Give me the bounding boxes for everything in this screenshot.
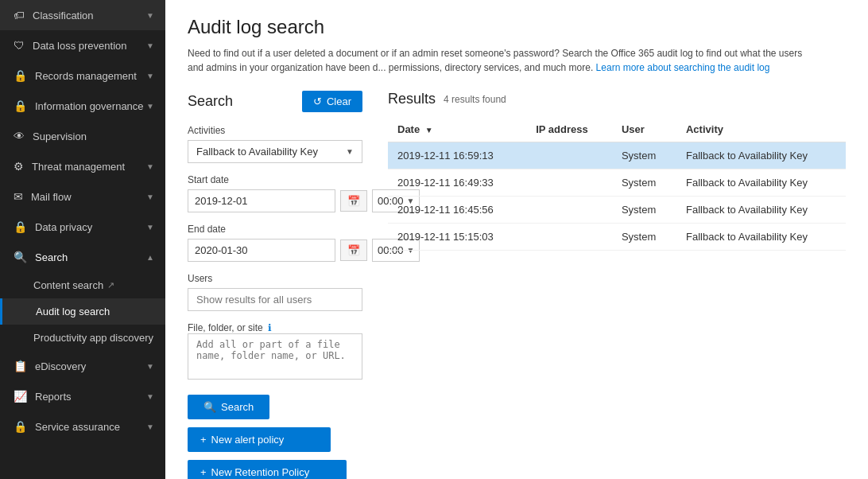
productivity-app-discovery-label: Productivity app discovery <box>33 332 153 344</box>
cell-ip <box>526 169 612 197</box>
service-assurance-icon: 🔒 <box>14 420 27 433</box>
results-table-header: Date ▼ IP address User Activity <box>388 117 846 142</box>
sidebar-sub-item-productivity-app-discovery[interactable]: Productivity app discovery <box>0 325 165 351</box>
chevron-down-icon <box>146 41 154 50</box>
col-date[interactable]: Date ▼ <box>388 117 526 142</box>
chevron-up-icon <box>146 253 154 262</box>
file-label: File, folder, or site <box>188 322 263 333</box>
cell-user[interactable]: System <box>612 142 676 169</box>
sidebar-item-classification[interactable]: 🏷 Classification <box>0 0 165 30</box>
cell-date: 2019-12-11 15:15:03 <box>388 224 526 251</box>
results-panel: Results 4 results found Date ▼ IP addres… <box>388 91 846 479</box>
sidebar-item-reports[interactable]: 📈 Reports <box>0 381 165 411</box>
table-row[interactable]: 2019-12-11 16:59:13 System Fallback to A… <box>388 142 846 169</box>
sidebar-item-label: Data privacy <box>35 221 92 233</box>
table-row[interactable]: 2019-12-11 15:15:03 System Fallback to A… <box>388 224 846 251</box>
search-button[interactable]: 🔍 Search <box>188 395 269 419</box>
cell-date: 2019-12-11 16:49:33 <box>388 169 526 197</box>
sidebar-item-ediscovery[interactable]: 📋 eDiscovery <box>0 351 165 381</box>
sidebar-sub-item-content-search[interactable]: Content search ↗ <box>0 272 165 298</box>
cell-user[interactable]: System <box>612 169 676 197</box>
end-date-group: End date 📅 00:00 ▼ <box>188 224 362 262</box>
chevron-down-icon <box>146 423 154 431</box>
sidebar-item-search[interactable]: 🔍 Search <box>0 242 165 272</box>
clear-button[interactable]: ↺ Clear <box>302 91 362 112</box>
start-date-input[interactable] <box>188 189 335 212</box>
cell-ip <box>526 142 612 169</box>
sidebar-item-threat-management[interactable]: ⚙ Threat management <box>0 151 165 181</box>
start-date-label: Start date <box>188 174 362 185</box>
file-textarea[interactable] <box>188 333 362 380</box>
sidebar-item-information-governance[interactable]: 🔒 Information governance <box>0 91 165 121</box>
sidebar-item-data-loss-prevention[interactable]: 🛡 Data loss prevention <box>0 30 165 60</box>
new-retention-policy-button[interactable]: + New Retention Policy <box>188 460 347 479</box>
new-alert-policy-button[interactable]: + New alert policy <box>188 427 331 452</box>
sidebar-item-label: Threat management <box>32 161 125 173</box>
cell-activity: Fallback to Availability Key <box>676 169 846 197</box>
cell-activity: Fallback to Availability Key <box>676 224 846 251</box>
mail-icon: ✉ <box>14 190 23 203</box>
content-layout: Search ↺ Clear Activities Fallback to Av… <box>188 91 846 479</box>
chevron-down-icon <box>146 362 154 371</box>
chevron-down-icon <box>146 72 154 80</box>
chevron-down-icon <box>146 223 154 232</box>
sidebar-item-label: Records management <box>35 70 137 82</box>
end-date-label: End date <box>188 224 362 235</box>
activities-label: Activities <box>188 125 362 136</box>
reports-icon: 📈 <box>14 390 27 403</box>
sidebar-item-label: Information governance <box>35 100 144 112</box>
dlp-icon: 🛡 <box>14 39 25 52</box>
sidebar-item-data-privacy[interactable]: 🔒 Data privacy <box>0 212 165 242</box>
cell-user[interactable]: System <box>612 197 676 224</box>
users-input[interactable] <box>188 288 362 311</box>
refresh-icon: ↺ <box>313 95 322 107</box>
end-date-calendar-button[interactable]: 📅 <box>340 240 367 261</box>
sidebar-sub-item-audit-log-search[interactable]: Audit log search <box>0 298 165 325</box>
activities-dropdown-icon: ▼ <box>346 147 354 156</box>
sort-arrow-icon: ▼ <box>425 126 433 134</box>
cell-date: 2019-12-11 16:45:56 <box>388 197 526 224</box>
chevron-down-icon <box>146 392 154 401</box>
search-panel-header: Search ↺ Clear <box>188 91 362 112</box>
cell-activity: Fallback to Availability Key <box>676 142 846 169</box>
external-link-icon: ↗ <box>107 280 114 290</box>
sidebar-item-supervision[interactable]: 👁 Supervision <box>0 121 165 151</box>
info-gov-icon: 🔒 <box>14 99 27 112</box>
activities-select[interactable]: Fallback to Availability Key ▼ <box>188 140 362 163</box>
activities-group: Activities Fallback to Availability Key … <box>188 125 362 163</box>
cell-activity: Fallback to Availability Key <box>676 197 846 224</box>
results-count: 4 results found <box>444 94 506 105</box>
cell-user[interactable]: System <box>612 224 676 251</box>
info-icon[interactable]: ℹ <box>268 322 272 333</box>
sidebar-item-label: Mail flow <box>31 191 72 203</box>
users-label: Users <box>188 273 362 284</box>
chevron-down-icon <box>146 193 154 201</box>
sidebar-item-label: Search <box>35 251 68 263</box>
start-date-calendar-button[interactable]: 📅 <box>340 190 367 212</box>
sidebar-item-label: Reports <box>35 391 72 403</box>
sidebar-item-mail-flow[interactable]: ✉ Mail flow <box>0 181 165 212</box>
sidebar-item-records-management[interactable]: 🔒 Records management <box>0 60 165 91</box>
page-description: Need to find out if a user deleted a doc… <box>188 46 808 75</box>
table-row[interactable]: 2019-12-11 16:45:56 System Fallback to A… <box>388 197 846 224</box>
privacy-icon: 🔒 <box>14 220 27 233</box>
results-header-row: Date ▼ IP address User Activity <box>388 117 846 142</box>
ediscovery-icon: 📋 <box>14 360 27 372</box>
results-title: Results <box>388 91 436 107</box>
search-panel-title: Search <box>188 93 233 110</box>
end-date-row: 📅 00:00 ▼ <box>188 239 362 262</box>
threat-icon: ⚙ <box>14 160 24 173</box>
start-date-row: 📅 00:00 ▼ <box>188 189 362 212</box>
start-date-group: Start date 📅 00:00 ▼ <box>188 174 362 212</box>
cell-date: 2019-12-11 16:59:13 <box>388 142 526 169</box>
chevron-down-icon <box>146 162 154 171</box>
sidebar-item-service-assurance[interactable]: 🔒 Service assurance <box>0 411 165 442</box>
records-icon: 🔒 <box>14 69 27 82</box>
main-content: Audit log search Need to find out if a u… <box>165 0 868 479</box>
chevron-down-icon <box>146 11 154 20</box>
learn-more-link[interactable]: Learn more about searching the audit log <box>596 62 770 73</box>
table-row[interactable]: 2019-12-11 16:49:33 System Fallback to A… <box>388 169 846 197</box>
end-date-input[interactable] <box>188 239 335 262</box>
results-table: Date ▼ IP address User Activity <box>388 117 846 251</box>
plus-icon-retention: + <box>200 466 207 478</box>
